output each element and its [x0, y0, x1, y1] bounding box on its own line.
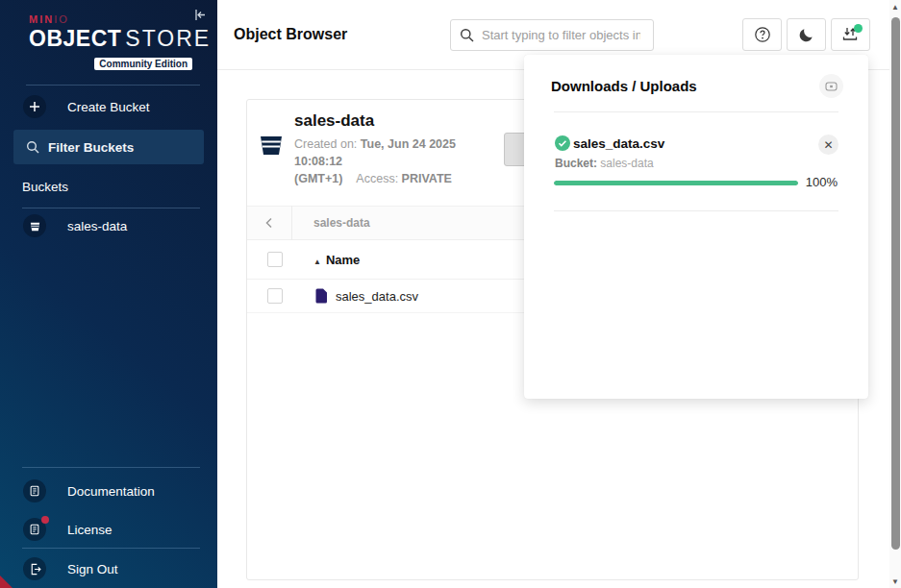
breadcrumb-path[interactable]: sales-data [313, 216, 370, 230]
downloads-uploads-button[interactable] [831, 18, 870, 51]
edition-badge: Community Edition [29, 54, 192, 71]
search-icon [460, 28, 474, 42]
upload-progress-bar [554, 181, 798, 185]
sidebar-item-sign-out[interactable]: Sign Out [13, 551, 204, 586]
downloads-uploads-panel: Downloads / Uploads sales_data.csv ✕ Buc… [524, 55, 868, 399]
object-search-input[interactable] [482, 28, 640, 42]
upload-progress-percent: 100% [806, 175, 838, 189]
product-name: OBJECTSTORE [29, 26, 192, 52]
access-label: Access: [356, 172, 398, 185]
name-column-header[interactable]: ▲Name [313, 253, 360, 267]
buckets-section-label: Buckets [22, 180, 68, 194]
plus-icon [23, 95, 46, 118]
sign-out-icon [23, 557, 46, 580]
bucket-label: Bucket: [555, 157, 597, 170]
page-scrollbar[interactable]: ▲ ▼ [889, 0, 901, 588]
upload-filename: sales_data.csv [573, 136, 664, 151]
help-icon [754, 26, 771, 43]
sidebar-collapse-icon[interactable] [193, 8, 208, 26]
created-time: 10:08:12 [294, 155, 342, 168]
scroll-down-arrow[interactable]: ▼ [889, 575, 901, 588]
sidebar: MINIO OBJECTSTORE Community Edition Crea… [0, 0, 217, 588]
sidebar-divider [22, 467, 200, 468]
license-alert-dot [41, 516, 49, 524]
remove-upload-button[interactable]: ✕ [818, 135, 838, 155]
scrollbar-thumb[interactable] [891, 17, 900, 550]
upload-complete-icon [555, 135, 570, 155]
panel-title: Downloads / Uploads [551, 78, 697, 94]
documentation-label: Documentation [67, 484, 155, 499]
activity-badge-dot [854, 24, 863, 33]
object-search-wrap[interactable] [450, 19, 654, 51]
upload-progress-fill [554, 181, 798, 185]
access-value: PRIVATE [402, 172, 452, 185]
close-icon: ✕ [823, 138, 833, 152]
search-icon [26, 140, 39, 154]
panel-divider [554, 210, 838, 211]
app-logo: MINIO OBJECTSTORE Community Edition [29, 13, 192, 71]
license-label: License [67, 523, 113, 537]
clear-list-icon [825, 82, 838, 91]
license-icon [23, 518, 46, 541]
sidebar-corner-decoration [0, 576, 13, 588]
created-date: Tue, Jun 24 2025 [361, 137, 456, 151]
bucket-icon [23, 214, 46, 237]
panel-divider [554, 111, 838, 112]
dark-mode-button[interactable] [787, 18, 826, 51]
help-button[interactable] [742, 18, 782, 51]
sort-ascending-icon: ▲ [313, 257, 321, 266]
minio-wordmark: MINIO [29, 13, 192, 25]
bucket-title: sales-data [294, 111, 374, 131]
bucket-item-label: sales-data [67, 219, 127, 233]
row-checkbox[interactable] [267, 288, 283, 304]
chevron-left-icon [263, 217, 275, 229]
create-bucket-label: Create Bucket [67, 100, 150, 114]
scroll-up-arrow[interactable]: ▲ [889, 0, 901, 13]
sidebar-item-documentation[interactable]: Documentation [13, 474, 204, 508]
bucket-value: sales-data [600, 157, 653, 170]
documentation-icon [23, 479, 46, 502]
sidebar-item-license[interactable]: License [13, 512, 204, 547]
created-timezone: (GMT+1) [294, 170, 342, 187]
sidebar-item-bucket-sales-data[interactable]: sales-data [13, 208, 204, 243]
created-on-label: Created on: [294, 137, 357, 151]
sign-out-label: Sign Out [67, 562, 118, 576]
filter-buckets-input[interactable] [48, 140, 183, 155]
clear-completed-button[interactable] [819, 74, 843, 98]
object-name[interactable]: sales_data.csv [336, 289, 418, 304]
breadcrumb-back-button[interactable] [247, 206, 292, 240]
file-icon [315, 288, 328, 304]
select-all-checkbox[interactable] [267, 252, 283, 267]
sidebar-divider [26, 85, 200, 86]
sidebar-item-create-bucket[interactable]: Create Bucket [13, 89, 204, 124]
sidebar-divider [22, 548, 200, 549]
bucket-meta: Created on: Tue, Jun 24 2025 10:08:12 (G… [294, 135, 530, 187]
moon-icon [798, 27, 814, 43]
upload-bucket-line: Bucket: sales-data [555, 157, 654, 170]
filter-buckets-input-wrap[interactable] [13, 130, 204, 164]
page-title: Object Browser [234, 26, 347, 43]
bucket-icon-large [257, 131, 286, 163]
